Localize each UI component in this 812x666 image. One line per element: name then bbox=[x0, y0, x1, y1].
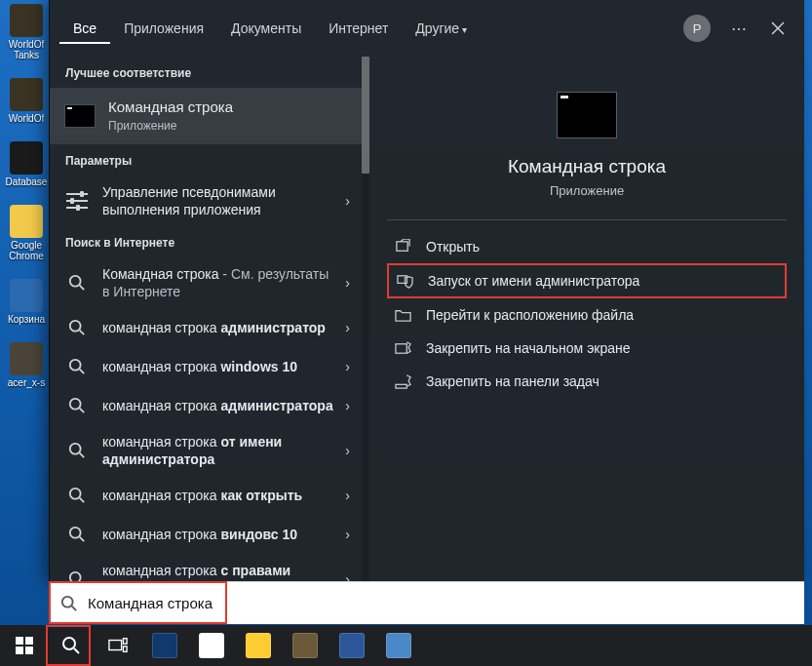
taskview-icon bbox=[108, 636, 128, 655]
taskview-button[interactable] bbox=[96, 625, 140, 666]
panel-header: ВсеПриложенияДокументыИнтернетДругие P ⋯ bbox=[50, 0, 804, 57]
action-pin-start[interactable]: Закрепить на начальном экране bbox=[387, 332, 787, 365]
scrollbar[interactable] bbox=[362, 57, 369, 581]
tab-Другие[interactable]: Другие bbox=[402, 13, 481, 44]
svg-line-23 bbox=[72, 606, 77, 610]
search-icon bbox=[60, 595, 78, 612]
action-open[interactable]: Открыть bbox=[387, 230, 787, 263]
svg-point-4 bbox=[70, 321, 81, 332]
tab-Интернет[interactable]: Интернет bbox=[315, 13, 402, 44]
svg-rect-30 bbox=[109, 641, 122, 650]
movies-icon bbox=[152, 633, 177, 658]
chevron-right-icon: › bbox=[345, 193, 350, 209]
svg-point-10 bbox=[70, 444, 81, 454]
search-icon bbox=[61, 636, 81, 655]
chevron-right-icon: › bbox=[345, 527, 350, 542]
section-parameters: Параметры bbox=[50, 144, 362, 176]
sliders-icon bbox=[66, 192, 88, 210]
web-suggestion[interactable]: командная строка от имени администратора… bbox=[50, 425, 362, 476]
chevron-right-icon: › bbox=[345, 571, 350, 581]
svg-rect-26 bbox=[16, 646, 23, 654]
svg-rect-18 bbox=[396, 241, 406, 250]
svg-point-22 bbox=[62, 596, 73, 607]
chevron-right-icon: › bbox=[345, 443, 350, 458]
open-icon bbox=[393, 238, 412, 255]
tabs: ВсеПриложенияДокументыИнтернетДругие bbox=[59, 13, 481, 44]
search-icon bbox=[68, 570, 86, 581]
web-suggestion[interactable]: командная строка с правами администратор… bbox=[50, 554, 362, 581]
web-suggestion[interactable]: Командная строка - См. результаты в Инте… bbox=[50, 257, 362, 308]
svg-point-16 bbox=[70, 572, 81, 581]
action-folder[interactable]: Перейти к расположению файла bbox=[387, 298, 787, 332]
tab-Все[interactable]: Все bbox=[59, 13, 110, 44]
close-icon bbox=[771, 21, 785, 35]
web-suggestion[interactable]: командная строка виндовс 10› bbox=[50, 515, 362, 554]
best-match-title: Командная строка bbox=[108, 98, 334, 116]
chevron-right-icon: › bbox=[345, 275, 350, 291]
svg-rect-24 bbox=[16, 637, 23, 645]
svg-point-2 bbox=[70, 276, 81, 287]
taskbar-app[interactable] bbox=[142, 625, 187, 666]
start-button[interactable] bbox=[2, 625, 47, 666]
svg-line-13 bbox=[80, 498, 85, 503]
tab-Приложения[interactable]: Приложения bbox=[110, 13, 217, 44]
app1-icon bbox=[292, 633, 318, 658]
svg-point-14 bbox=[70, 528, 81, 538]
desktop-icon[interactable]: acer_x-s bbox=[6, 342, 47, 388]
desktop-icon[interactable]: WorldOf bbox=[6, 78, 47, 124]
best-match-result[interactable]: Командная строка Приложение bbox=[50, 88, 362, 144]
taskbar bbox=[0, 625, 812, 666]
search-icon bbox=[68, 442, 86, 459]
svg-point-28 bbox=[63, 638, 75, 649]
taskbar-app[interactable] bbox=[236, 625, 281, 666]
svg-line-5 bbox=[80, 331, 85, 335]
search-flyout-panel: ВсеПриложенияДокументыИнтернетДругие P ⋯… bbox=[49, 0, 804, 581]
word-icon bbox=[339, 633, 365, 658]
preview-title: Командная строка bbox=[508, 156, 666, 177]
search-box[interactable] bbox=[49, 581, 804, 624]
web-suggestion[interactable]: командная строка администратора› bbox=[50, 386, 362, 425]
taskbar-app[interactable] bbox=[189, 625, 234, 666]
pin-task-icon bbox=[393, 372, 412, 390]
svg-rect-25 bbox=[25, 637, 33, 645]
chevron-right-icon: › bbox=[345, 320, 350, 335]
svg-rect-32 bbox=[123, 646, 127, 651]
desktop-icon[interactable]: WorldOf Tanks bbox=[6, 4, 47, 60]
svg-point-8 bbox=[70, 399, 81, 410]
scrollbar-thumb[interactable] bbox=[362, 57, 369, 174]
explorer-icon bbox=[246, 633, 271, 658]
svg-line-3 bbox=[80, 286, 85, 291]
results-column: Лучшее соответствие Командная строка При… bbox=[50, 57, 369, 581]
more-button[interactable]: ⋯ bbox=[722, 12, 755, 45]
tab-Документы[interactable]: Документы bbox=[217, 13, 315, 44]
action-shield[interactable]: Запуск от имени администратора bbox=[387, 263, 787, 298]
search-icon bbox=[68, 526, 86, 543]
web-suggestion[interactable]: командная строка как открыть› bbox=[50, 476, 362, 515]
taskbar-app[interactable] bbox=[283, 625, 328, 666]
web-suggestion[interactable]: командная строка администратор› bbox=[50, 308, 362, 347]
search-input[interactable] bbox=[88, 595, 793, 611]
desktop-icon[interactable]: Google Chrome bbox=[6, 205, 47, 261]
preview-cmd-icon bbox=[557, 92, 617, 138]
taskbar-app[interactable] bbox=[329, 625, 374, 666]
search-icon bbox=[68, 487, 86, 504]
web-suggestion[interactable]: командная строка windows 10› bbox=[50, 347, 362, 386]
section-web: Поиск в Интернете bbox=[50, 226, 362, 257]
taskbar-app[interactable] bbox=[376, 625, 421, 666]
close-button[interactable] bbox=[761, 12, 794, 45]
folder-icon bbox=[393, 306, 412, 324]
section-best-match: Лучшее соответствие bbox=[50, 57, 362, 88]
search-icon bbox=[68, 319, 86, 336]
svg-rect-31 bbox=[123, 639, 127, 644]
avatar[interactable]: P bbox=[683, 15, 711, 42]
svg-point-6 bbox=[70, 360, 81, 371]
cmd-icon bbox=[64, 104, 96, 128]
params-item-aliases[interactable]: Управление псевдонимами выполнения прило… bbox=[50, 176, 362, 226]
desktop-icon[interactable]: Корзина bbox=[6, 279, 47, 325]
preview-sub: Приложение bbox=[550, 183, 624, 198]
shield-icon bbox=[395, 272, 414, 290]
desktop-icon[interactable]: Database bbox=[6, 141, 47, 187]
action-pin-task[interactable]: Закрепить на панели задач bbox=[387, 365, 787, 398]
svg-line-15 bbox=[80, 537, 85, 542]
taskbar-search-button[interactable] bbox=[49, 625, 94, 666]
